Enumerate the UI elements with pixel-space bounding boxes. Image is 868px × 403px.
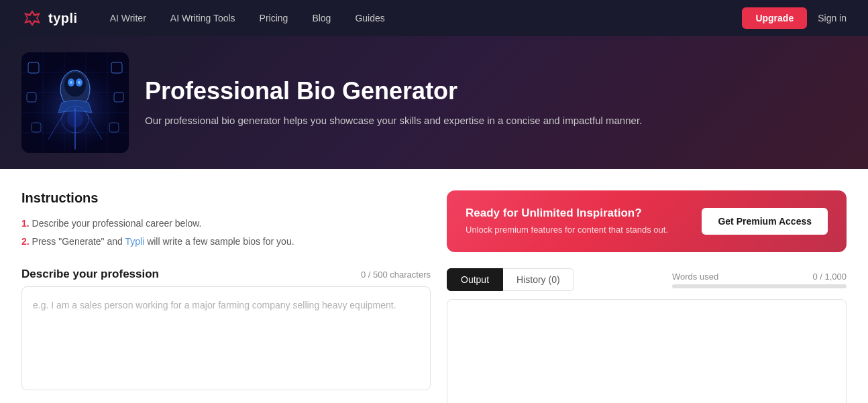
hero-description: Our professional bio generator helps you… — [145, 113, 642, 129]
hero-content: Professional Bio Generator Our professio… — [145, 77, 642, 129]
instruction-2: 2. Press "Generate" and Typli will write… — [21, 235, 431, 249]
promo-title: Ready for Unlimited Inspiration? — [466, 207, 668, 220]
tab-output[interactable]: Output — [447, 268, 503, 291]
right-panel: Ready for Unlimited Inspiration? Unlock … — [447, 190, 847, 403]
svg-point-11 — [64, 72, 86, 97]
output-tabs: Output History (0) — [447, 268, 574, 291]
words-label-row: Words used 0 / 1,000 — [672, 272, 847, 282]
get-premium-button[interactable]: Get Premium Access — [702, 208, 828, 235]
main-content: Instructions 1. Describe your profession… — [0, 169, 868, 403]
instruction-2-num: 2. — [21, 236, 30, 247]
char-count: 0 / 500 characters — [361, 270, 431, 280]
logo-icon — [21, 7, 43, 29]
svg-point-15 — [78, 81, 80, 84]
instruction-1-text: Describe your professional career below. — [32, 218, 202, 229]
typli-highlight: Typli — [125, 236, 144, 247]
hero-image — [21, 52, 129, 153]
nav-links: AI Writer AI Writing Tools Pricing Blog … — [99, 7, 737, 29]
page-title: Professional Bio Generator — [145, 77, 642, 105]
nav-link-pricing[interactable]: Pricing — [249, 7, 299, 29]
words-used-label: Words used — [672, 272, 718, 282]
words-progress-bar — [672, 284, 847, 288]
profession-label: Describe your profession — [21, 268, 159, 281]
promo-description: Unlock premium features for content that… — [466, 224, 668, 236]
tab-history[interactable]: History (0) — [503, 268, 574, 291]
logo[interactable]: typli — [21, 7, 78, 29]
svg-point-14 — [70, 81, 72, 84]
words-used-section: Words used 0 / 1,000 — [672, 272, 847, 288]
words-used-count: 0 / 1,000 — [812, 272, 847, 282]
upgrade-button[interactable]: Upgrade — [742, 7, 807, 29]
profession-textarea[interactable] — [21, 286, 431, 390]
nav-link-ai-writer[interactable]: AI Writer — [99, 7, 157, 29]
hero-art — [21, 52, 129, 153]
output-area — [447, 299, 847, 403]
logo-text: typli — [48, 11, 78, 26]
svg-point-26 — [67, 111, 83, 127]
tabs-row: Output History (0) Words used 0 / 1,000 — [447, 268, 847, 291]
field-header: Describe your profession 0 / 500 charact… — [21, 268, 431, 281]
nav-link-ai-writing-tools[interactable]: AI Writing Tools — [160, 7, 246, 29]
nav-link-blog[interactable]: Blog — [301, 7, 341, 29]
hero-section: Professional Bio Generator Our professio… — [0, 36, 868, 169]
instruction-2-text: Press "Generate" and Typli will write a … — [32, 236, 294, 247]
signin-button[interactable]: Sign in — [818, 13, 847, 23]
instruction-1-num: 1. — [21, 218, 30, 229]
instructions-heading: Instructions — [21, 190, 431, 206]
left-panel: Instructions 1. Describe your profession… — [21, 190, 431, 403]
nav-link-guides[interactable]: Guides — [344, 7, 395, 29]
promo-card: Ready for Unlimited Inspiration? Unlock … — [447, 190, 847, 252]
instruction-1: 1. Describe your professional career bel… — [21, 217, 431, 231]
promo-text: Ready for Unlimited Inspiration? Unlock … — [466, 207, 668, 236]
navbar: typli AI Writer AI Writing Tools Pricing… — [0, 0, 868, 36]
nav-right: Upgrade Sign in — [742, 7, 847, 29]
